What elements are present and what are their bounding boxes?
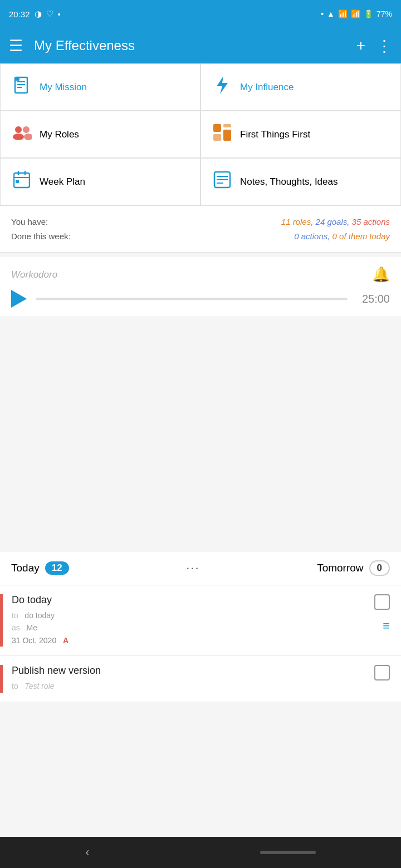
svg-rect-12 bbox=[213, 134, 221, 141]
grid-item-notes[interactable]: Notes, Thoughts, Ideas bbox=[200, 158, 401, 205]
svg-rect-4 bbox=[15, 77, 19, 81]
task-checkbox[interactable] bbox=[374, 594, 390, 610]
bell-icon[interactable]: 🔔 bbox=[372, 266, 390, 283]
task-meta: to do today as Me 31 Oct, 2020 A bbox=[12, 609, 374, 647]
svg-rect-11 bbox=[223, 124, 231, 127]
heart-icon: ♡ bbox=[46, 9, 53, 19]
svg-rect-18 bbox=[16, 180, 19, 183]
task-meta: to Test role bbox=[12, 680, 374, 692]
task-date: 31 Oct, 2020 bbox=[12, 636, 56, 645]
bolt-icon bbox=[212, 76, 232, 98]
task-actions: ≡ bbox=[374, 594, 392, 633]
dots-menu-button[interactable]: ··· bbox=[69, 561, 317, 575]
done-this-week-label: Done this week: bbox=[11, 229, 71, 244]
hamburger-menu-icon[interactable]: ☰ bbox=[9, 37, 23, 55]
grid-item-week-plan[interactable]: Week Plan bbox=[0, 158, 200, 205]
svg-point-8 bbox=[23, 126, 30, 133]
tomorrow-tab[interactable]: Tomorrow 0 bbox=[317, 560, 390, 576]
battery-percent: 77% bbox=[376, 9, 392, 18]
to-label: to bbox=[12, 611, 18, 620]
battery-icon: 🔋 bbox=[364, 9, 373, 18]
stats-panel: You have: 11 roles, 24 goals, 35 actions… bbox=[0, 206, 401, 253]
today-badge: 12 bbox=[45, 561, 69, 575]
play-button[interactable] bbox=[11, 290, 27, 308]
you-have-label: You have: bbox=[11, 215, 48, 229]
svg-marker-5 bbox=[217, 76, 228, 94]
wifi-icon: 📶 bbox=[338, 9, 348, 18]
actions-count: 35 actions bbox=[352, 217, 390, 226]
my-influence-label: My Influence bbox=[240, 82, 294, 93]
signal2-icon: 📶 bbox=[351, 9, 360, 18]
grid-item-my-influence[interactable]: My Influence bbox=[200, 63, 401, 111]
first-things-first-label: First Things First bbox=[240, 129, 310, 140]
home-indicator[interactable] bbox=[260, 851, 316, 854]
task-priority-bar bbox=[0, 594, 3, 647]
calendar-icon bbox=[12, 171, 32, 193]
svg-point-6 bbox=[15, 126, 22, 133]
task-list-icon[interactable]: ≡ bbox=[383, 619, 390, 633]
svg-point-7 bbox=[13, 134, 24, 140]
my-roles-label: My Roles bbox=[40, 129, 79, 140]
to-label: to bbox=[12, 682, 18, 691]
add-button[interactable]: + bbox=[356, 37, 365, 55]
dot-icon: • bbox=[58, 9, 61, 19]
circle-icon: ◑ bbox=[35, 9, 42, 19]
task-content: Do today to do today as Me 31 Oct, 2020 … bbox=[12, 594, 374, 647]
done-actions-count: 0 actions, bbox=[294, 231, 330, 241]
people-icon bbox=[12, 125, 32, 144]
today-label: Today bbox=[11, 562, 40, 574]
done-stats: 0 actions, 0 of them today bbox=[294, 229, 390, 244]
timer-display: 25:00 bbox=[356, 293, 390, 305]
roles-count: 11 roles, bbox=[281, 217, 314, 226]
workodoro-header: Workodoro 🔔 bbox=[11, 266, 390, 283]
workodoro-controls: 25:00 bbox=[11, 290, 390, 308]
stats-counts: 11 roles, 24 goals, 35 actions bbox=[281, 215, 390, 229]
my-mission-label: My Mission bbox=[40, 82, 87, 93]
status-right: • ▲ 📶 📶 🔋 77% bbox=[321, 9, 392, 18]
table-row[interactable]: Do today to do today as Me 31 Oct, 2020 … bbox=[0, 585, 401, 656]
task-title: Do today bbox=[12, 594, 374, 606]
time-display: 20:32 bbox=[9, 9, 30, 19]
task-checkbox[interactable] bbox=[374, 665, 390, 680]
grid-menu: My Mission My Influence My Roles bbox=[0, 63, 401, 206]
task-title: Publish new version bbox=[12, 665, 374, 677]
signal-icon: ▲ bbox=[327, 9, 335, 18]
table-row[interactable]: Publish new version to Test role bbox=[0, 656, 401, 702]
task-content: Publish new version to Test role bbox=[12, 665, 374, 692]
tomorrow-label: Tomorrow bbox=[317, 562, 363, 574]
progress-bar bbox=[36, 298, 348, 300]
back-button[interactable]: ‹ bbox=[85, 845, 89, 860]
done-today-count: 0 of them today bbox=[332, 231, 390, 241]
status-left: 20:32 ◑ ♡ • bbox=[9, 9, 61, 19]
today-tab[interactable]: Today 12 bbox=[11, 561, 69, 575]
task-as-value: Me bbox=[26, 623, 37, 632]
as-label: as bbox=[12, 623, 20, 632]
stats-you-have-row: You have: 11 roles, 24 goals, 35 actions bbox=[11, 215, 390, 229]
goals-count: 24 goals, bbox=[316, 217, 350, 226]
tomorrow-badge: 0 bbox=[369, 560, 390, 576]
grid-squares-icon bbox=[212, 124, 232, 145]
grid-item-my-mission[interactable]: My Mission bbox=[0, 63, 200, 111]
workodoro-panel: Workodoro 🔔 25:00 bbox=[0, 257, 401, 317]
dot-small: • bbox=[321, 9, 324, 18]
grid-item-first-things-first[interactable]: First Things First bbox=[200, 111, 401, 158]
notes-icon bbox=[212, 171, 232, 193]
app-bar: ☰ My Effectiveness + ⋮ bbox=[0, 28, 401, 63]
status-bar: 20:32 ◑ ♡ • • ▲ 📶 📶 🔋 77% bbox=[0, 0, 401, 28]
task-priority-label: A bbox=[63, 636, 69, 645]
workodoro-title: Workodoro bbox=[11, 269, 57, 280]
svg-rect-10 bbox=[213, 124, 221, 132]
day-tabs: Today 12 ··· Tomorrow 0 bbox=[0, 551, 401, 585]
svg-rect-13 bbox=[223, 130, 231, 141]
grid-item-my-roles[interactable]: My Roles bbox=[0, 111, 200, 158]
week-plan-label: Week Plan bbox=[40, 176, 85, 188]
empty-content-area bbox=[0, 317, 401, 551]
task-priority-bar bbox=[0, 665, 3, 692]
bottom-navigation: ‹ bbox=[0, 837, 401, 868]
more-options-icon[interactable]: ⋮ bbox=[376, 37, 392, 55]
svg-point-9 bbox=[24, 134, 32, 140]
task-to-value: do today bbox=[25, 611, 55, 620]
task-list: Do today to do today as Me 31 Oct, 2020 … bbox=[0, 585, 401, 702]
stats-done-row: Done this week: 0 actions, 0 of them tod… bbox=[11, 229, 390, 244]
notes-label: Notes, Thoughts, Ideas bbox=[240, 176, 338, 188]
